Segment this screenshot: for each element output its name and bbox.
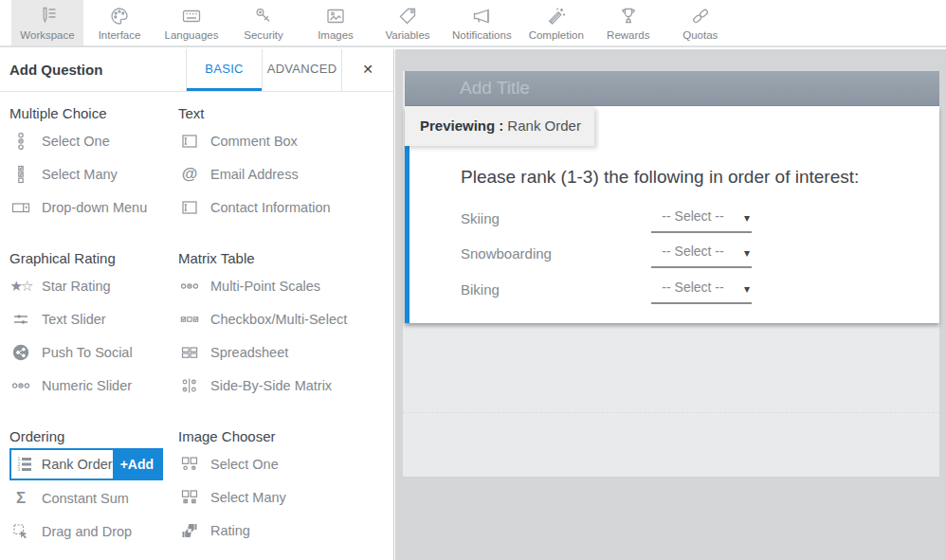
question-type-label: Numeric Slider [42,378,132,393]
question-type-image-select-one[interactable]: Select One [178,447,385,480]
question-type-label: Side-By-Side Matrix [210,378,332,393]
toolbar-item-languages[interactable]: Languages [155,0,227,45]
toolbar-item-images[interactable]: Images [300,0,372,45]
notifications-icon [470,4,493,27]
svg-text:1: 1 [17,457,20,461]
question-type-image-rating[interactable]: Rating [178,514,385,547]
toolbar-item-quotas[interactable]: Quotas [664,0,737,45]
image-select-one-icon [178,455,201,474]
toolbar-item-workspace[interactable]: Workspace [11,0,83,45]
question-type-spreadsheet[interactable]: Spreadsheet [178,335,385,369]
completion-icon [545,4,568,27]
spreadsheet-icon [178,343,201,362]
section-title: Graphical Rating [9,248,178,269]
question-type-label: Contact Information [210,200,331,215]
question-type-label: Star Rating [42,279,111,294]
rank-item-label: Snowboarding [461,245,552,262]
question-type-label: Push To Social [42,345,133,360]
question-type-label: Multi-Point Scales [210,279,320,294]
add-question-panel: Add Question BASIC ADVANCED ✕ Multiple C… [0,49,394,560]
image-rating-icon [178,521,201,540]
section-text: Text Comment Box @ Email Address [178,103,385,224]
select-value: -- Select -- [651,208,752,224]
constant-sum-icon: Σ [9,489,32,508]
comment-box-icon [178,132,201,151]
question-type-dropdown-menu[interactable]: Drop-down Menu [9,190,178,224]
question-type-select-many[interactable]: Select Many [9,157,178,190]
toolbar-item-label: Quotas [682,29,718,41]
tab-basic[interactable]: BASIC [186,49,262,91]
question-type-contact-information[interactable]: Contact Information [178,190,385,224]
chevron-down-icon: ▾ [744,282,750,296]
question-type-star-rating[interactable]: ★☆ Star Rating [9,269,178,302]
question-type-side-by-side-matrix[interactable]: Side-By-Side Matrix [178,369,385,402]
rank-item-label: Biking [461,281,500,298]
previewing-badge: Previewing :Rank Order [405,106,594,146]
toolbar-item-security[interactable]: Security [227,0,300,45]
toolbar-item-label: Variables [385,29,429,41]
question-type-checkbox-multi-select[interactable]: Checkbox/Multi-Select [178,302,385,335]
tab-advanced[interactable]: ADVANCED [262,49,341,91]
question-type-select-one[interactable]: Select One [9,124,178,157]
question-type-label: Drag and Drop [42,524,132,539]
section-title: Matrix Table [178,248,385,269]
question-type-rank-order[interactable]: 123 Rank Order +Add [9,448,163,480]
question-type-label: Rating [210,523,250,538]
section-ordering: Ordering 123 Rank Order +Add Σ Co [9,426,178,548]
rank-select-biking[interactable]: -- Select -- ▾ [651,278,752,304]
select-many-icon [9,165,32,184]
close-icon[interactable]: ✕ [341,49,393,91]
toolbar-item-label: Rewards [607,29,649,41]
question-type-numeric-slider[interactable]: Numeric Slider [9,369,178,402]
section-title: Text [178,103,385,124]
svg-text:2: 2 [17,462,20,467]
select-value: -- Select -- [651,244,752,259]
survey-title-input[interactable]: Add Title [405,71,939,106]
side-by-side-icon [178,376,201,395]
section-multiple-choice: Multiple Choice Select One [9,103,178,224]
rank-order-icon: 123 [13,455,36,474]
question-type-comment-box[interactable]: Comment Box [178,124,385,157]
quotas-icon [689,4,712,27]
toolbar-item-completion[interactable]: Completion [520,0,592,45]
section-title: Multiple Choice [9,103,178,124]
toolbar-item-rewards[interactable]: Rewards [592,0,664,45]
toolbar-item-label: Interface [99,29,141,41]
section-title: Ordering [9,426,178,447]
toolbar-item-variables[interactable]: Variables [372,0,444,45]
divider [403,412,939,413]
question-type-email-address[interactable]: @ Email Address [178,157,385,190]
push-social-icon [9,343,32,362]
survey-builder-app: Workspace Interface Languages [0,0,946,560]
checkbox-multi-icon [178,310,201,329]
toolbar-item-label: Images [318,29,354,41]
question-type-text-slider[interactable]: Text Slider [9,302,178,335]
rank-select-snowboarding[interactable]: -- Select -- ▾ [651,242,752,268]
toolbar-item-label: Languages [165,29,219,41]
question-type-multi-point-scales[interactable]: Multi-Point Scales [178,269,385,302]
rank-select-skiing[interactable]: -- Select -- ▾ [651,207,752,233]
question-type-constant-sum[interactable]: Σ Constant Sum [9,481,178,515]
add-question-header: Add Question BASIC ADVANCED ✕ [0,49,393,92]
select-value: -- Select -- [651,280,752,295]
toolbar-item-label: Workspace [20,29,74,41]
previewing-value: Rank Order [507,117,581,134]
top-toolbar: Workspace Interface Languages [0,0,946,47]
section-image-chooser: Image Chooser Select One [178,426,385,548]
preview-area: Add Title Previewing :Rank Order Please … [395,49,946,560]
question-type-drag-and-drop[interactable]: Drag and Drop [9,515,178,548]
question-type-image-select-many[interactable]: Select Many [178,480,385,514]
rank-item-label: Skiing [461,210,500,226]
toolbar-item-notifications[interactable]: Notifications [444,0,520,45]
drag-drop-icon [9,522,32,541]
images-icon [324,4,347,27]
rewards-icon [617,4,640,27]
section-matrix-table: Matrix Table Multi-Point Scales [178,248,385,402]
multi-point-icon [178,277,201,296]
question-type-label: Drop-down Menu [42,200,147,215]
add-button[interactable]: +Add [113,450,161,479]
section-graphical-rating: Graphical Rating ★☆ Star Rating Text Sli… [9,248,178,402]
question-type-push-to-social[interactable]: Push To Social [9,335,178,369]
chevron-down-icon: ▾ [744,246,750,260]
toolbar-item-interface[interactable]: Interface [83,0,155,45]
